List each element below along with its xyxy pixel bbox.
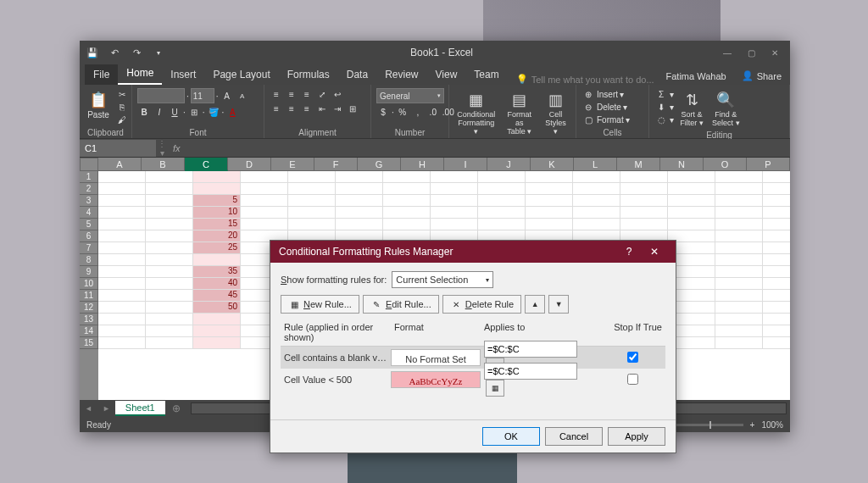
fx-icon[interactable]: fx <box>168 143 186 153</box>
row-header-2[interactable]: 2 <box>80 183 98 195</box>
shrink-font-icon[interactable]: A <box>236 90 249 102</box>
cell-o9[interactable] <box>763 266 790 278</box>
row-header-12[interactable]: 12 <box>80 302 98 314</box>
column-header-o[interactable]: O <box>704 158 747 171</box>
cancel-button[interactable]: Cancel <box>545 427 603 446</box>
cell-o8[interactable] <box>763 254 790 266</box>
cell-d5[interactable] <box>241 219 288 230</box>
cell-f3[interactable] <box>336 195 383 207</box>
column-header-n[interactable]: N <box>660 158 704 171</box>
apply-button[interactable]: Apply <box>608 427 665 446</box>
edit-rule-button[interactable]: ✎Edit Rule... <box>363 295 439 314</box>
format-as-table-button[interactable]: ▤Format asTable ▾ <box>502 88 538 137</box>
font-name-select[interactable] <box>137 88 185 103</box>
tab-data[interactable]: Data <box>338 64 376 85</box>
column-header-d[interactable]: D <box>228 158 271 171</box>
tab-page-layout[interactable]: Page Layout <box>204 64 278 85</box>
border-icon[interactable]: ⊞ <box>187 106 201 118</box>
delete-rule-button[interactable]: ✕Delete Rule <box>442 295 522 314</box>
column-header-h[interactable]: H <box>401 158 444 171</box>
cell-k5[interactable] <box>573 219 620 230</box>
row-header-10[interactable]: 10 <box>80 278 98 290</box>
cell-c8[interactable] <box>193 254 241 266</box>
cell-i2[interactable] <box>478 183 526 195</box>
sheet-nav-prev-icon[interactable]: ◄ <box>80 404 97 413</box>
cell-g2[interactable] <box>383 183 431 195</box>
maximize-icon[interactable]: ▢ <box>739 44 763 61</box>
cell-m4[interactable] <box>668 207 715 219</box>
select-all-corner[interactable] <box>80 158 98 171</box>
ok-button[interactable]: OK <box>482 427 540 446</box>
cell-n9[interactable] <box>715 266 763 278</box>
user-name[interactable]: Fatima Wahab <box>659 68 733 85</box>
namebox-dropdown-icon[interactable]: ⋮ ▾ <box>156 139 168 158</box>
rule-row-0[interactable]: Cell contains a blank val...No Format Se… <box>281 347 665 369</box>
cell-n4[interactable] <box>715 207 763 219</box>
cell-n2[interactable] <box>715 183 763 195</box>
cell-o15[interactable] <box>763 337 790 349</box>
cell-a2[interactable] <box>98 183 146 195</box>
cell-n12[interactable] <box>715 302 763 314</box>
cell-n7[interactable] <box>715 242 763 254</box>
cell-m3[interactable] <box>668 195 715 207</box>
cell-c15[interactable] <box>193 337 241 349</box>
cell-e3[interactable] <box>288 195 336 207</box>
cell-b9[interactable] <box>146 266 193 278</box>
zoom-slider[interactable] <box>676 424 743 426</box>
cell-o2[interactable] <box>763 183 790 195</box>
cell-i3[interactable] <box>478 195 526 207</box>
row-header-13[interactable]: 13 <box>80 314 98 325</box>
row-header-14[interactable]: 14 <box>80 325 98 337</box>
cell-f4[interactable] <box>336 207 383 219</box>
cell-c11[interactable]: 45 <box>193 290 241 302</box>
cell-a14[interactable] <box>98 325 146 337</box>
cell-h2[interactable] <box>431 183 478 195</box>
stop-if-true-checkbox[interactable] <box>627 352 638 363</box>
italic-icon[interactable]: I <box>153 106 166 118</box>
cell-m1[interactable] <box>668 171 715 183</box>
font-size-select[interactable] <box>191 88 214 103</box>
cell-l3[interactable] <box>620 195 668 207</box>
cell-e4[interactable] <box>288 207 336 219</box>
indent-increase-icon[interactable]: ⇥ <box>331 103 344 114</box>
cell-c3[interactable]: 5 <box>193 195 241 207</box>
cell-c14[interactable] <box>193 325 241 337</box>
cell-f1[interactable] <box>336 171 383 183</box>
move-rule-down-button[interactable]: ▼ <box>548 295 569 314</box>
paste-button[interactable]: 📋Paste <box>85 88 112 121</box>
cell-k1[interactable] <box>573 171 620 183</box>
sheet-nav-next-icon[interactable]: ► <box>97 404 115 413</box>
formula-input[interactable] <box>186 140 790 157</box>
tell-me-search[interactable]: 💡Tell me what you want to do... <box>508 74 659 85</box>
column-header-k[interactable]: K <box>531 158 574 171</box>
conditional-formatting-button[interactable]: ▦ConditionalFormatting ▾ <box>454 88 498 137</box>
align-middle-icon[interactable]: ≡ <box>285 88 298 100</box>
merge-icon[interactable]: ⊞ <box>346 103 359 114</box>
cell-l5[interactable] <box>620 219 668 230</box>
cell-n8[interactable] <box>715 254 763 266</box>
qat-dropdown-icon[interactable]: ▾ <box>149 44 168 61</box>
cell-b6[interactable] <box>146 230 193 242</box>
delete-cells-button[interactable]: ⊖Delete ▾ <box>581 101 627 113</box>
row-header-5[interactable]: 5 <box>80 219 98 230</box>
row-header-7[interactable]: 7 <box>80 242 98 254</box>
align-left-icon[interactable]: ≡ <box>270 103 283 114</box>
column-header-i[interactable]: I <box>444 158 487 171</box>
currency-icon[interactable]: $ <box>376 106 390 118</box>
cell-o11[interactable] <box>763 290 790 302</box>
cell-c7[interactable]: 25 <box>193 242 241 254</box>
cell-d4[interactable] <box>241 207 288 219</box>
cell-o1[interactable] <box>763 171 790 183</box>
column-header-a[interactable]: A <box>98 158 142 171</box>
cell-c5[interactable]: 15 <box>193 219 241 230</box>
tab-insert[interactable]: Insert <box>162 64 204 85</box>
cell-l2[interactable] <box>620 183 668 195</box>
row-header-6[interactable]: 6 <box>80 230 98 242</box>
cell-k2[interactable] <box>573 183 620 195</box>
cell-a11[interactable] <box>98 290 146 302</box>
cell-o5[interactable] <box>763 219 790 230</box>
wrap-text-icon[interactable]: ↩ <box>331 88 344 100</box>
sort-filter-button[interactable]: ⇅Sort &Filter ▾ <box>677 88 706 129</box>
name-box[interactable] <box>80 140 156 157</box>
cell-c10[interactable]: 40 <box>193 278 241 290</box>
